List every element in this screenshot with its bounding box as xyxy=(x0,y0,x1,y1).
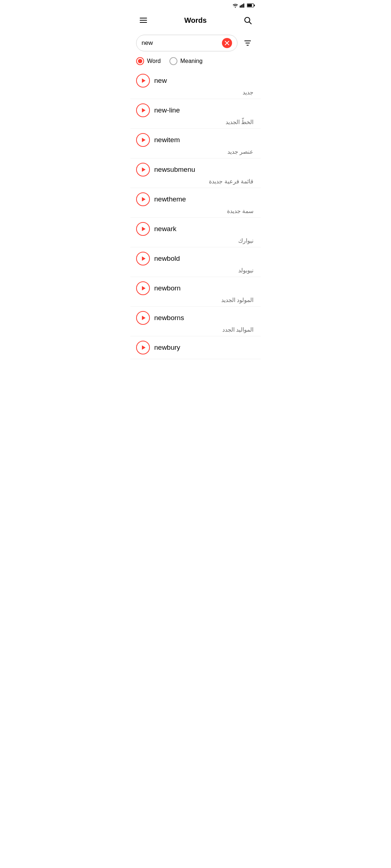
play-button[interactable] xyxy=(136,192,150,206)
word-meaning: نيوبولد xyxy=(136,267,255,274)
svg-rect-2 xyxy=(242,4,243,7)
svg-marker-18 xyxy=(142,108,146,112)
tab-meaning[interactable]: Meaning xyxy=(169,57,202,65)
play-button[interactable] xyxy=(136,252,150,265)
word-meaning: جديد xyxy=(136,89,255,96)
radio-word-inner xyxy=(138,59,142,63)
svg-line-11 xyxy=(249,22,252,24)
filter-tabs: Word Meaning xyxy=(130,56,261,69)
play-button[interactable] xyxy=(136,74,150,88)
word-list: new جديد new-line الخطّ الجديد xyxy=(130,69,261,359)
list-item: newborn المولود الجديد xyxy=(130,277,261,307)
word-text: new xyxy=(154,77,167,85)
svg-marker-21 xyxy=(142,197,146,201)
word-meaning: المواليد الجدد xyxy=(136,326,255,333)
word-text: newsubmenu xyxy=(154,166,195,174)
signal-icon xyxy=(240,3,245,9)
clear-button[interactable] xyxy=(222,38,232,48)
word-text: newbold xyxy=(154,255,180,263)
svg-rect-1 xyxy=(241,5,242,7)
svg-rect-5 xyxy=(247,4,252,7)
word-row: new-line xyxy=(136,103,255,117)
word-text: newitem xyxy=(154,136,180,144)
word-text: newark xyxy=(154,225,176,233)
word-text: newborns xyxy=(154,314,184,322)
svg-rect-3 xyxy=(243,3,244,7)
search-container: new xyxy=(130,32,261,56)
svg-marker-23 xyxy=(142,256,146,261)
svg-marker-19 xyxy=(142,138,146,142)
word-row: newtheme xyxy=(136,192,255,206)
list-item: newitem عنصر جديد xyxy=(130,129,261,158)
word-meaning: نيوارك xyxy=(136,237,255,244)
wifi-icon xyxy=(232,3,238,9)
tab-meaning-label: Meaning xyxy=(180,58,202,64)
word-text: newbury xyxy=(154,344,180,352)
tab-word[interactable]: Word xyxy=(136,57,161,65)
list-item: newborns المواليد الجدد xyxy=(130,307,261,336)
word-row: newbold xyxy=(136,252,255,265)
radio-meaning xyxy=(169,57,177,65)
search-box: new xyxy=(136,35,237,51)
play-button[interactable] xyxy=(136,222,150,236)
list-item: newark نيوارك xyxy=(130,218,261,247)
svg-rect-6 xyxy=(254,4,255,6)
word-meaning: قائمة فرعية جديدة xyxy=(136,178,255,185)
word-text: newborn xyxy=(154,284,181,292)
tab-word-label: Word xyxy=(147,58,161,64)
svg-marker-24 xyxy=(142,286,146,290)
list-item: newtheme سمة جديدة xyxy=(130,188,261,218)
word-meaning: الخطّ الجديد xyxy=(136,119,255,125)
svg-marker-25 xyxy=(142,316,146,320)
play-button[interactable] xyxy=(136,281,150,295)
play-button[interactable] xyxy=(136,341,150,354)
word-meaning: المولود الجديد xyxy=(136,297,255,303)
word-row: newbury xyxy=(136,341,255,354)
radio-word xyxy=(136,57,144,65)
word-row: newborn xyxy=(136,281,255,295)
search-header-button[interactable] xyxy=(240,13,255,27)
search-input[interactable]: new xyxy=(142,39,219,47)
battery-icon xyxy=(247,3,255,9)
list-item: newsubmenu قائمة فرعية جديدة xyxy=(130,158,261,188)
header: Words xyxy=(130,10,261,32)
svg-marker-20 xyxy=(142,167,146,172)
word-text: new-line xyxy=(154,106,180,114)
play-button[interactable] xyxy=(136,103,150,117)
list-item: new-line الخطّ الجديد xyxy=(130,99,261,129)
list-item: newbury xyxy=(130,336,261,359)
filter-button[interactable] xyxy=(240,36,255,50)
play-button[interactable] xyxy=(136,163,150,176)
play-button[interactable] xyxy=(136,133,150,147)
status-bar xyxy=(130,0,261,10)
svg-marker-22 xyxy=(142,227,146,231)
status-icons xyxy=(232,3,255,9)
word-row: new xyxy=(136,74,255,88)
menu-button[interactable] xyxy=(136,13,151,27)
word-text: newtheme xyxy=(154,195,186,203)
play-button[interactable] xyxy=(136,311,150,325)
word-meaning: سمة جديدة xyxy=(136,208,255,214)
list-item: newbold نيوبولد xyxy=(130,247,261,277)
word-meaning: عنصر جديد xyxy=(136,148,255,155)
svg-marker-17 xyxy=(142,78,146,83)
word-row: newborns xyxy=(136,311,255,325)
svg-rect-0 xyxy=(240,5,241,7)
svg-marker-26 xyxy=(142,345,146,350)
word-row: newark xyxy=(136,222,255,236)
word-row: newsubmenu xyxy=(136,163,255,176)
page-title: Words xyxy=(151,16,240,25)
word-row: newitem xyxy=(136,133,255,147)
list-item: new جديد xyxy=(130,69,261,99)
